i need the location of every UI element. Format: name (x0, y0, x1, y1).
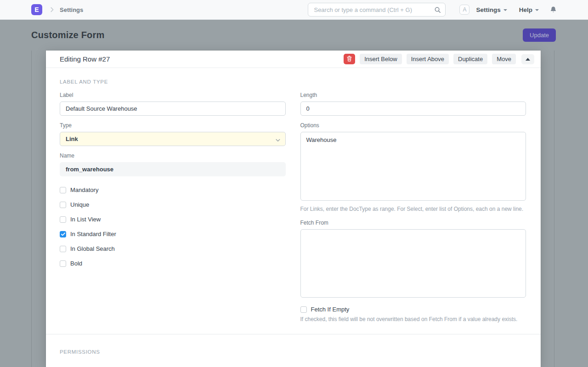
checkbox[interactable] (60, 216, 66, 223)
breadcrumb-chevron-icon (49, 6, 55, 13)
fetch-from-field: Fetch From (300, 220, 526, 299)
length-field-label: Length (300, 92, 526, 98)
flags-list: MandatoryUniqueIn List ViewIn Standard F… (60, 186, 286, 267)
navbar-settings-menu[interactable]: Settings (476, 6, 507, 13)
right-column: Length Options Warehouse For Links, ente… (300, 92, 526, 324)
insert-above-button[interactable]: Insert Above (407, 54, 449, 64)
options-textarea[interactable]: Warehouse (300, 132, 526, 201)
flag-row-in-list-view[interactable]: In List View (60, 216, 286, 223)
fetch-from-textarea[interactable] (300, 229, 526, 298)
search-icon[interactable] (434, 6, 441, 15)
editing-row-dialog: Editing Row #27 Insert Below Insert Abov… (46, 51, 541, 367)
left-column: Label Type Link Name (60, 92, 286, 324)
section-heading-permissions: PERMISSIONS (60, 349, 526, 355)
collapse-row-button[interactable] (521, 54, 534, 64)
checkbox[interactable] (60, 246, 66, 252)
modal-backdrop: Customize Form Update Editing Row #27 In… (0, 20, 588, 367)
flag-label: In Global Search (70, 245, 115, 252)
dialog-columns: Label Type Link Name (60, 92, 526, 324)
flag-label: Unique (70, 201, 89, 208)
fetch-if-empty-checkbox-row[interactable]: Fetch If Empty (300, 306, 526, 313)
page-title: Customize Form (31, 30, 104, 40)
length-field: Length (300, 92, 526, 116)
chevron-down-icon (535, 9, 539, 11)
fetch-from-field-label: Fetch From (300, 220, 526, 226)
navbar-settings-label: Settings (476, 6, 500, 13)
global-search (308, 3, 446, 17)
chevron-down-icon (503, 9, 507, 11)
label-field: Label (60, 92, 286, 116)
breadcrumb-settings[interactable]: Settings (60, 6, 83, 13)
flag-label: In List View (70, 216, 101, 223)
user-avatar-letter: A (463, 6, 466, 13)
delete-row-button[interactable] (344, 54, 355, 64)
flag-row-bold[interactable]: Bold (60, 260, 286, 267)
name-field: Name from_warehouse (60, 152, 286, 176)
fetch-if-empty-help-text: If checked, this field will be not overw… (300, 316, 526, 323)
app-logo-letter: E (34, 6, 39, 13)
page-header: Customize Form Update (0, 20, 588, 51)
navbar-help-label: Help (519, 6, 532, 13)
type-select[interactable]: Link (60, 132, 286, 146)
name-readonly-value: from_warehouse (60, 162, 286, 176)
section-divider (46, 334, 541, 334)
search-input[interactable] (308, 3, 446, 17)
dialog-body: LABEL AND TYPE Label Type Link (46, 68, 541, 355)
update-button[interactable]: Update (523, 28, 556, 42)
label-field-label: Label (60, 92, 286, 98)
section-heading-label-and-type: LABEL AND TYPE (60, 79, 526, 85)
flag-label: Bold (70, 260, 82, 267)
options-field-label: Options (300, 122, 526, 129)
move-button[interactable]: Move (492, 54, 516, 64)
dialog-title: Editing Row #27 (60, 55, 110, 63)
insert-below-button[interactable]: Insert Below (360, 54, 402, 64)
flag-label: In Standard Filter (70, 231, 116, 237)
checkbox[interactable] (60, 187, 66, 193)
length-input[interactable] (300, 102, 526, 116)
fetch-if-empty-checkbox[interactable] (300, 306, 307, 313)
user-avatar[interactable]: A (459, 5, 469, 15)
flag-label: Mandatory (70, 186, 98, 193)
flag-row-mandatory[interactable]: Mandatory (60, 186, 286, 193)
flag-row-unique[interactable]: Unique (60, 201, 286, 208)
type-field-label: Type (60, 122, 286, 129)
checkbox[interactable] (60, 260, 66, 267)
flag-row-in-global-search[interactable]: In Global Search (60, 245, 286, 252)
navbar-help-menu[interactable]: Help (519, 6, 539, 13)
notifications-bell-icon[interactable] (550, 6, 557, 13)
page-column-divider-right (554, 51, 554, 367)
checkbox[interactable] (60, 231, 66, 237)
options-help-text: For Links, enter the DocType as range. F… (300, 205, 526, 213)
type-select-value: Link (60, 132, 286, 146)
fetch-if-empty-label: Fetch If Empty (311, 306, 350, 313)
options-field: Options Warehouse For Links, enter the D… (300, 122, 526, 213)
duplicate-button[interactable]: Duplicate (453, 54, 487, 64)
name-field-label: Name (60, 152, 286, 159)
page-column-divider-left (31, 51, 32, 367)
trash-icon (347, 56, 352, 63)
app-logo[interactable]: E (31, 4, 42, 15)
label-input[interactable] (60, 102, 286, 116)
type-field: Type Link (60, 122, 286, 146)
dialog-toolbar: Insert Below Insert Above Duplicate Move (344, 54, 534, 64)
chevron-up-icon (526, 58, 530, 61)
dialog-header: Editing Row #27 Insert Below Insert Abov… (46, 51, 541, 68)
checkbox[interactable] (60, 202, 66, 208)
top-navbar: E Settings A Settings Help (0, 0, 588, 20)
flag-row-in-standard-filter[interactable]: In Standard Filter (60, 231, 286, 237)
